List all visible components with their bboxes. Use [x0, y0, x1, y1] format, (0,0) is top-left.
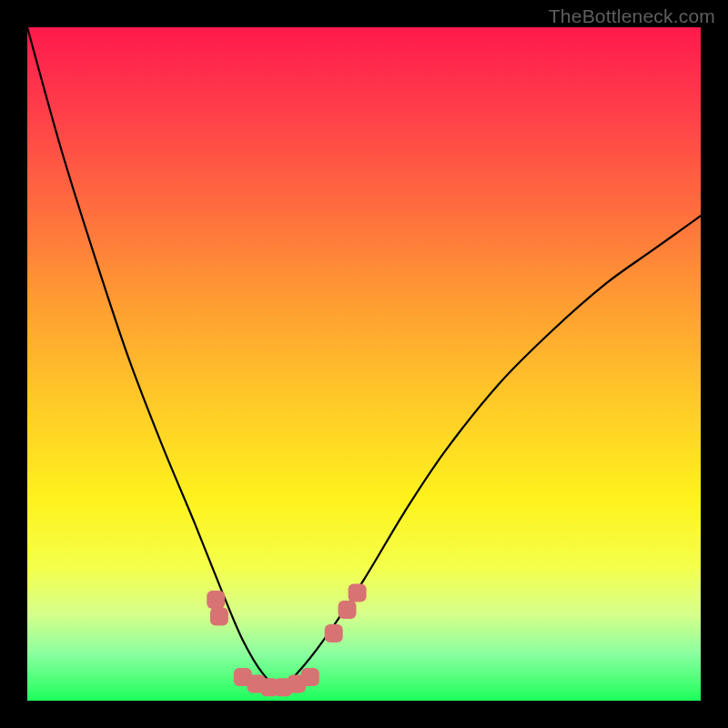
marker-dot: [325, 624, 343, 642]
marker-dot: [301, 668, 319, 686]
marker-group: [207, 584, 366, 697]
marker-dot: [349, 584, 367, 602]
marker-dot: [207, 591, 225, 609]
chart-frame: TheBottleneck.com: [0, 0, 728, 728]
curve-layer: [27, 27, 701, 701]
marker-dot: [339, 601, 357, 619]
watermark-text: TheBottleneck.com: [549, 5, 715, 27]
plot-area: [27, 27, 701, 701]
marker-dot: [210, 608, 228, 626]
